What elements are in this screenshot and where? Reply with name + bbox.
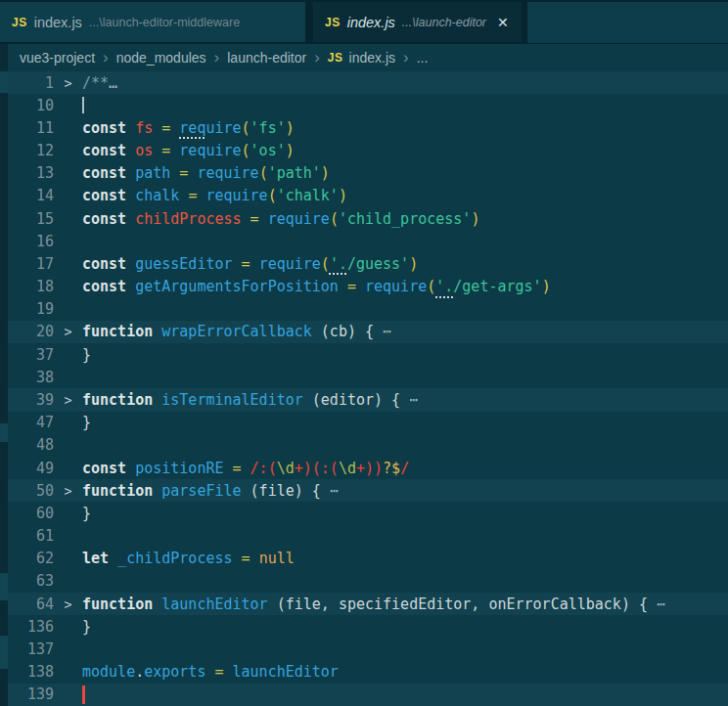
code-line-63[interactable]: 63: [8, 570, 728, 593]
code-line-11[interactable]: 11const fs = require('fs'): [8, 116, 728, 139]
editor-group-empty-area: [527, 2, 728, 43]
code-line-138[interactable]: 138module.exports = launchEditor: [8, 660, 728, 683]
line-number: 49: [8, 460, 54, 477]
code-line-39[interactable]: 39>function isTerminalEditor (editor) { …: [8, 388, 728, 411]
js-file-icon: JS: [12, 16, 27, 29]
fold-chevron-icon[interactable]: >: [54, 596, 82, 612]
code-token: require: [259, 255, 321, 273]
code-token: =: [242, 255, 259, 273]
line-content: const path = require('path'): [82, 164, 330, 182]
code-token: =: [250, 210, 268, 228]
code-line-50[interactable]: 50>function parseFile (file) { ⋯: [8, 479, 728, 502]
rail-segment: [0, 636, 8, 669]
breadcrumb-item-node-modules[interactable]: node_modules: [116, 50, 206, 66]
code-line-1[interactable]: 1>/**…: [8, 71, 728, 94]
line-number: 20: [8, 323, 54, 340]
code-token: 'chalk': [277, 187, 339, 204]
code-token: getArgumentsForPosition: [135, 278, 347, 295]
code-line-10[interactable]: 10: [8, 94, 728, 116]
code-token: require: [268, 210, 330, 228]
code-line-15[interactable]: 15const childProcess = require('child_pr…: [8, 207, 728, 230]
code-token: (: [330, 210, 339, 228]
code-line-16[interactable]: 16: [8, 230, 728, 252]
code-line-47[interactable]: 47}: [8, 412, 728, 434]
code-token: /**: [82, 74, 109, 92]
code-token: childProcess: [135, 210, 250, 228]
fold-chevron-icon[interactable]: >: [54, 483, 82, 499]
code-token: require: [179, 142, 241, 159]
code-line-61[interactable]: 61: [8, 524, 728, 547]
left-rail: [0, 44, 8, 706]
line-content: module.exports = launchEditor: [82, 663, 339, 681]
code-line-12[interactable]: 12const os = require('os'): [8, 140, 728, 162]
fold-chevron-icon[interactable]: >: [54, 75, 82, 91]
code-token: /:(: [250, 460, 277, 477]
breadcrumb-label: launch-editor: [227, 50, 306, 66]
line-content: function wrapErrorCallback (cb) { ⋯: [82, 323, 391, 340]
code-line-49[interactable]: 49const positionRE = /:(\d+)(:(\d+))?$/: [8, 457, 728, 479]
code-token: (: [242, 142, 250, 159]
line-number: 10: [8, 97, 54, 114]
code-token: ⋯: [409, 391, 418, 409]
code-line-38[interactable]: 38: [8, 366, 728, 388]
code-token: =: [161, 142, 179, 159]
tab-index.js-1[interactable]: JSindex.js...\launch-editor-middleware: [0, 2, 305, 42]
code-token: ): [339, 187, 347, 204]
code-token: (: [427, 278, 435, 295]
code-line-19[interactable]: 19: [8, 298, 728, 321]
code-editor[interactable]: 1>/**…1011const fs = require('fs')12cons…: [0, 71, 728, 706]
breadcrumb-item-index-js[interactable]: JSindex.js: [328, 50, 395, 66]
line-content: const positionRE = /:(\d+)(:(\d+))?$/: [82, 460, 409, 477]
code-line-18[interactable]: 18const getArgumentsForPosition = requir…: [8, 276, 728, 298]
code-line-136[interactable]: 136}: [8, 615, 728, 638]
breadcrumb-label: node_modules: [116, 50, 206, 66]
code-line-137[interactable]: 137: [8, 638, 728, 660]
code-token: …: [109, 74, 117, 92]
line-content: function parseFile (file) { ⋯: [82, 482, 339, 500]
code-line-62[interactable]: 62let _childProcess = null: [8, 548, 728, 570]
code-token: (: [259, 164, 268, 182]
js-file-icon: JS: [328, 51, 343, 65]
code-token: =: [347, 278, 365, 295]
line-number: 48: [8, 436, 54, 454]
line-number: 63: [8, 572, 54, 590]
line-number: 16: [8, 233, 54, 250]
line-content: [82, 97, 84, 113]
code-line-17[interactable]: 17const guessEditor = require('./guess'): [8, 252, 728, 275]
code-token: require: [365, 278, 427, 295]
code-line-139[interactable]: 139: [8, 684, 728, 706]
line-content: const os = require('os'): [82, 142, 295, 159]
code-line-20[interactable]: 20>function wrapErrorCallback (cb) { ⋯: [8, 321, 728, 343]
code-token: launchEditor: [233, 663, 339, 681]
tab-index.js-2[interactable]: JSindex.js...\launch-editor✕: [313, 2, 522, 42]
close-icon[interactable]: ✕: [497, 15, 509, 30]
code-line-14[interactable]: 14const chalk = require('chalk'): [8, 185, 728, 207]
tab-title: index.js: [347, 15, 395, 30]
breadcrumb-separator-icon: ›: [314, 49, 320, 67]
breadcrumb-item-vue3-project[interactable]: vue3-project: [20, 50, 95, 66]
code-token: 'os': [250, 142, 286, 159]
code-token: 'child_process': [339, 210, 471, 228]
line-number: 38: [8, 369, 54, 386]
code-line-60[interactable]: 60}: [8, 502, 728, 524]
code-token: =: [233, 460, 250, 477]
fold-chevron-icon[interactable]: >: [54, 392, 82, 408]
code-token: '.: [435, 278, 453, 295]
code-line-64[interactable]: 64>function launchEditor (file, specifie…: [8, 593, 728, 615]
line-content: }: [82, 505, 91, 522]
code-token: /: [400, 460, 409, 477]
fold-chevron-icon[interactable]: >: [54, 324, 82, 339]
line-content: const getArgumentsForPosition = require(…: [82, 278, 551, 295]
code-area[interactable]: 1>/**…1011const fs = require('fs')12cons…: [0, 71, 728, 706]
code-line-13[interactable]: 13const path = require('path'): [8, 162, 728, 185]
code-line-37[interactable]: 37}: [8, 343, 728, 366]
code-token: =: [188, 187, 205, 204]
line-number: 62: [8, 550, 54, 567]
code-token: ⋯: [330, 482, 339, 500]
code-token: (cb) {: [321, 323, 383, 340]
breadcrumb-item-launch-editor[interactable]: launch-editor: [227, 50, 306, 66]
line-number: 64: [8, 596, 54, 613]
code-line-48[interactable]: 48: [8, 434, 728, 457]
breadcrumb-item--[interactable]: ...: [417, 50, 429, 66]
line-number: 39: [8, 391, 54, 409]
